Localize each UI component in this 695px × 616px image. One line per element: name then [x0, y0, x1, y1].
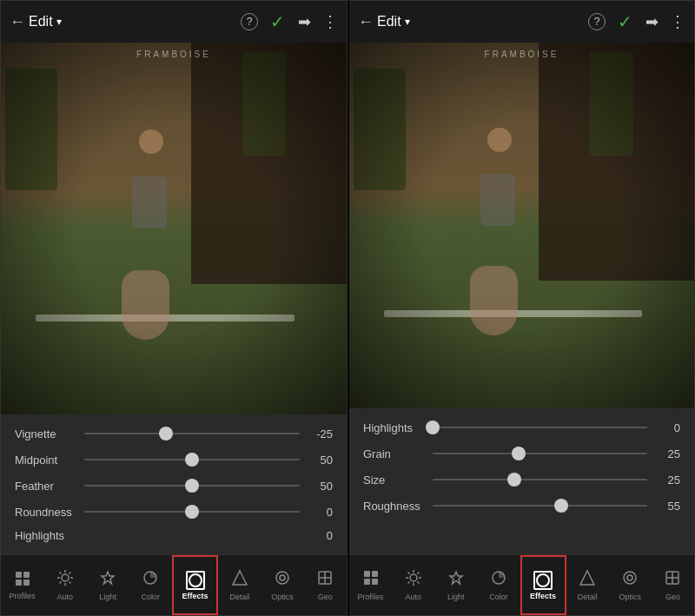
right-check-icon[interactable]: ✓: [618, 11, 632, 32]
right-nav-color-label: Color: [489, 593, 508, 601]
right-nav-color[interactable]: Color: [477, 555, 520, 615]
left-light-icon: [99, 569, 116, 591]
right-controls: Highlights 0 Grain 25 Size: [349, 408, 694, 554]
left-vignette-thumb[interactable]: [159, 427, 173, 440]
svg-rect-20: [364, 571, 370, 577]
left-highlights-row: Highlights 0: [15, 529, 333, 547]
svg-point-24: [410, 574, 417, 581]
left-help-icon[interactable]: ?: [241, 13, 258, 30]
right-watermark: FRAMBOISE: [485, 50, 559, 59]
left-roundness-value: 0: [307, 506, 333, 519]
left-roundness-row: Roundness 0: [15, 503, 333, 520]
right-size-slider[interactable]: [433, 471, 647, 488]
right-highlights-row: Highlights 0: [363, 419, 680, 436]
right-size-label: Size: [363, 474, 433, 487]
left-vignette-label: Vignette: [15, 427, 84, 440]
left-nav-auto-label: Auto: [57, 593, 74, 601]
right-grain-slider[interactable]: [433, 445, 647, 462]
right-roughness-thumb[interactable]: [554, 499, 568, 513]
left-midpoint-thumb[interactable]: [185, 453, 199, 467]
right-highlights-thumb[interactable]: [426, 421, 440, 434]
right-edit-title: Edit: [377, 14, 401, 30]
right-highlights-label: Highlights: [363, 421, 433, 434]
right-highlights-slider[interactable]: [433, 419, 647, 436]
left-roundness-thumb[interactable]: [185, 505, 199, 519]
right-nav-light-label: Light: [447, 593, 465, 601]
left-feather-thumb[interactable]: [185, 479, 199, 493]
right-nav-optics[interactable]: Optics: [609, 555, 652, 615]
left-vignette-track: [84, 433, 300, 434]
left-nav-geo[interactable]: Geo: [304, 555, 347, 615]
left-share-icon[interactable]: ⬆: [295, 16, 314, 29]
left-nav-light[interactable]: Light: [87, 555, 129, 615]
right-highlights-track: [433, 427, 647, 428]
right-nav-profiles-label: Profiles: [358, 593, 384, 601]
svg-line-31: [417, 573, 419, 574]
right-nav-auto-label: Auto: [405, 593, 421, 601]
left-chevron-icon[interactable]: ▾: [56, 16, 62, 28]
left-nav-profiles[interactable]: Profiles: [1, 555, 43, 615]
left-back-icon[interactable]: ←: [10, 13, 25, 31]
left-nav-color[interactable]: Color: [129, 555, 172, 615]
right-grain-thumb[interactable]: [512, 447, 526, 460]
left-nav-detail[interactable]: Detail: [218, 555, 261, 615]
left-detail-icon: [231, 569, 248, 591]
left-edit-title: Edit: [29, 14, 53, 30]
left-feather-label: Feather: [15, 480, 84, 493]
left-feather-slider[interactable]: [84, 477, 300, 494]
left-geo-icon: [316, 569, 334, 591]
left-vignette-value: -25: [307, 427, 333, 440]
left-feather-track: [84, 485, 300, 487]
right-grain-value: 25: [654, 447, 680, 460]
left-feather-row: Feather 50: [15, 477, 333, 494]
left-midpoint-label: Midpoint: [15, 454, 84, 467]
right-more-icon[interactable]: ⋮: [670, 12, 685, 31]
right-nav-detail[interactable]: Detail: [566, 555, 609, 615]
right-size-thumb[interactable]: [507, 473, 521, 487]
left-roundness-slider[interactable]: [84, 503, 300, 520]
right-header-left: ← Edit ▾: [358, 13, 581, 31]
left-header-left: ← Edit ▾: [10, 13, 234, 31]
right-auto-icon: [405, 569, 422, 591]
right-nav-auto[interactable]: Auto: [392, 555, 434, 615]
svg-line-29: [407, 573, 409, 574]
right-nav-light[interactable]: Light: [434, 555, 477, 615]
left-profiles-icon: [14, 570, 31, 590]
right-roughness-slider[interactable]: [433, 497, 647, 514]
right-geo-icon: [664, 569, 681, 591]
right-vignette: [349, 43, 694, 408]
left-vignette-slider[interactable]: [84, 425, 300, 442]
left-midpoint-track: [84, 459, 300, 460]
svg-rect-23: [372, 579, 378, 585]
right-header-icons: ? ✓ ⬆ ⋮: [588, 11, 685, 32]
svg-line-9: [59, 573, 61, 574]
right-help-icon[interactable]: ?: [588, 13, 606, 30]
left-more-icon[interactable]: ⋮: [322, 12, 338, 31]
left-roundness-track: [84, 511, 300, 513]
svg-point-35: [624, 572, 636, 584]
right-back-icon[interactable]: ←: [358, 13, 374, 31]
right-nav-optics-label: Optics: [619, 593, 642, 601]
left-nav-effects[interactable]: Effects: [172, 555, 218, 615]
left-check-icon[interactable]: ✓: [270, 11, 285, 32]
left-midpoint-slider[interactable]: [84, 451, 300, 468]
right-roughness-value: 55: [654, 500, 680, 513]
left-auto-icon: [56, 569, 74, 591]
right-color-icon: [490, 569, 507, 591]
right-nav-effects[interactable]: Effects: [520, 555, 566, 615]
right-nav-profiles[interactable]: Profiles: [349, 555, 392, 615]
right-share-icon[interactable]: ⬆: [642, 16, 661, 29]
right-nav-geo[interactable]: Geo: [652, 555, 694, 615]
right-size-track: [433, 479, 647, 480]
right-grain-row: Grain 25: [363, 445, 680, 462]
svg-rect-1: [23, 572, 30, 578]
left-effects-icon: [186, 571, 205, 590]
left-roundness-label: Roundness: [15, 506, 84, 519]
left-nav-optics[interactable]: Optics: [261, 555, 304, 615]
left-nav-auto[interactable]: Auto: [43, 555, 86, 615]
right-light-icon: [447, 569, 465, 591]
left-midpoint-value: 50: [307, 454, 333, 467]
left-highlights-label: Highlights: [15, 529, 84, 542]
right-chevron-icon[interactable]: ▾: [405, 16, 410, 28]
svg-line-10: [69, 582, 70, 584]
